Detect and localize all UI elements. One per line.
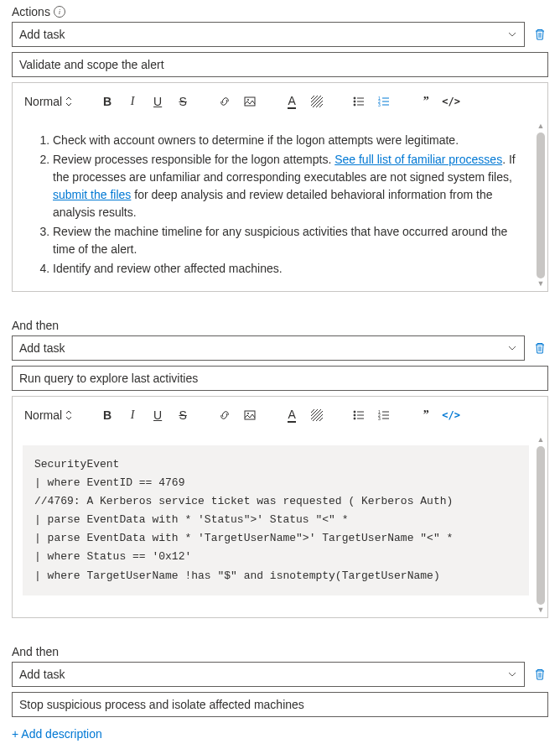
chevron-down-icon (507, 669, 517, 679)
underline-button[interactable]: U (146, 90, 169, 113)
bullet-list-button[interactable] (347, 403, 371, 427)
svg-rect-11 (311, 409, 323, 421)
delete-action-button[interactable] (531, 340, 548, 356)
text-color-button[interactable]: A (280, 90, 303, 113)
code-button[interactable]: </> (439, 403, 463, 427)
format-select[interactable]: Normal (19, 405, 77, 425)
task-type-value: Add task (19, 341, 65, 355)
bold-button[interactable]: B (96, 403, 119, 427)
highlight-button[interactable] (305, 403, 329, 427)
scroll-down-icon[interactable]: ▼ (535, 278, 547, 290)
format-select[interactable]: Normal (19, 91, 77, 112)
bullet-list-button[interactable] (347, 90, 371, 113)
submit-files-link[interactable]: submit the files (53, 188, 131, 201)
strike-button[interactable]: S (171, 403, 194, 427)
svg-point-4 (354, 101, 355, 102)
editor-toolbar: Normal B I U S A 123 ” </> (13, 83, 547, 120)
scrollbar[interactable]: ▲ ▼ (535, 121, 547, 290)
familiar-processes-link[interactable]: See full list of familiar processes (334, 153, 502, 166)
svg-rect-2 (311, 96, 323, 107)
chevron-down-icon (507, 343, 517, 353)
underline-button[interactable]: U (146, 403, 169, 427)
delete-action-button[interactable] (531, 666, 548, 683)
code-block: SecurityEvent | where EventID == 4769 //… (23, 445, 529, 595)
scrollbar[interactable]: ▲ ▼ (535, 434, 547, 616)
task-type-select[interactable]: Add task (12, 335, 525, 361)
image-button[interactable] (238, 90, 262, 113)
actions-title: Actions (12, 5, 50, 18)
and-then-label: And then (12, 300, 548, 335)
task-type-select[interactable]: Add task (12, 22, 525, 47)
svg-point-3 (354, 97, 355, 99)
chevron-down-icon (507, 29, 517, 39)
svg-point-12 (354, 411, 355, 413)
task-title-value: Stop suspicious process and isolate affe… (19, 698, 304, 711)
and-then-label: And then (12, 627, 548, 662)
rich-text-editor: Normal B I U S A 123 ” </> SecurityEvent… (12, 396, 548, 618)
scroll-up-icon[interactable]: ▲ (535, 434, 547, 446)
link-button[interactable] (213, 403, 236, 427)
code-button[interactable]: </> (439, 90, 463, 113)
svg-point-13 (354, 414, 355, 416)
scroll-thumb[interactable] (537, 446, 545, 605)
actions-header: Actions i (12, 0, 548, 22)
task-title-value: Run query to explore last activities (19, 372, 198, 385)
scroll-down-icon[interactable]: ▼ (535, 605, 547, 616)
italic-button[interactable]: I (121, 403, 144, 427)
link-button[interactable] (213, 90, 236, 113)
strike-button[interactable]: S (171, 90, 194, 113)
svg-point-10 (247, 413, 249, 414)
quote-button[interactable]: ” (414, 403, 438, 427)
svg-text:3: 3 (378, 416, 381, 421)
task-title-input[interactable]: Validate and scope the alert (12, 52, 548, 77)
info-icon[interactable]: i (54, 6, 65, 18)
svg-point-1 (247, 99, 249, 101)
italic-button[interactable]: I (121, 90, 144, 113)
number-list-button[interactable]: 123 (372, 90, 396, 113)
editor-content[interactable]: SecurityEvent | where EventID == 4769 //… (13, 434, 547, 617)
highlight-button[interactable] (305, 90, 329, 113)
text-color-button[interactable]: A (280, 403, 303, 427)
svg-point-5 (354, 104, 355, 106)
task-type-value: Add task (19, 668, 65, 681)
editor-content[interactable]: Check with account owners to determine i… (13, 120, 547, 291)
bold-button[interactable]: B (96, 90, 119, 113)
scroll-thumb[interactable] (537, 133, 545, 278)
svg-point-14 (354, 418, 355, 419)
editor-toolbar: Normal B I U S A 123 ” </> (13, 397, 547, 434)
task-title-input[interactable]: Stop suspicious process and isolate affe… (12, 692, 548, 717)
scroll-up-icon[interactable]: ▲ (535, 121, 547, 133)
quote-button[interactable]: ” (414, 90, 438, 113)
delete-action-button[interactable] (531, 26, 548, 43)
number-list-button[interactable]: 123 (372, 403, 396, 427)
image-button[interactable] (238, 403, 262, 427)
svg-text:3: 3 (378, 102, 381, 107)
task-title-value: Validate and scope the alert (19, 58, 164, 71)
task-type-value: Add task (19, 28, 65, 41)
rich-text-editor: Normal B I U S A 123 ” </> Check with ac… (12, 82, 548, 292)
task-title-input[interactable]: Run query to explore last activities (12, 366, 548, 391)
add-description-link[interactable]: + Add description (12, 722, 102, 746)
task-type-select[interactable]: Add task (12, 662, 525, 687)
